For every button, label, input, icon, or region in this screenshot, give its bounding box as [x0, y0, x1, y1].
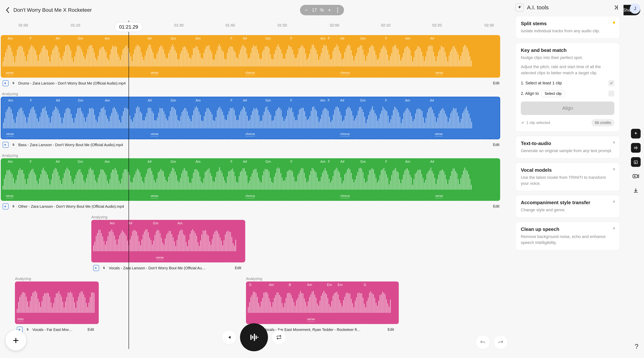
- chord-label: Gm: [360, 160, 366, 164]
- chord-label: Am: [178, 221, 182, 225]
- card-cleanup-speech[interactable]: Clean up speech Remove background noise,…: [516, 222, 620, 250]
- rail-video-button[interactable]: [631, 171, 641, 181]
- card-split-stems[interactable]: Split stems Isolate individual tracks fr…: [516, 16, 620, 39]
- section-label: chorus: [246, 132, 255, 136]
- redo-button[interactable]: [494, 335, 508, 349]
- bar-number: 7: [82, 200, 84, 201]
- rail-download-button[interactable]: [631, 186, 641, 195]
- bar-number: 27: [331, 77, 336, 78]
- zoom-more-button[interactable]: [334, 6, 342, 14]
- chord-label: A#: [148, 160, 152, 164]
- chord-label: Am: [320, 99, 325, 102]
- clip-vocals-2a[interactable]: intro: [15, 281, 99, 324]
- chord-label: Am: [320, 37, 325, 41]
- track-header-vocals-2: S Vocals - Far East Mov…: [17, 325, 73, 334]
- back-button[interactable]: [4, 6, 11, 14]
- clip-vocals-1[interactable]: AmA#GmAm verse 91113151719: [91, 220, 245, 262]
- bar-number: 27: [331, 200, 336, 201]
- card-vocal-models[interactable]: Vocal models Use the latest model from T…: [516, 162, 620, 191]
- chord-label: Am: [269, 283, 274, 287]
- card-title: Key and beat match: [521, 47, 614, 53]
- add-track-button[interactable]: +: [6, 330, 26, 350]
- bar-number: 13: [156, 77, 161, 78]
- section-label: chorus: [246, 71, 255, 75]
- step-2-checkbox[interactable]: [608, 91, 614, 96]
- bar-number: 17: [206, 77, 211, 78]
- help-button[interactable]: ?: [635, 343, 638, 350]
- loop-button[interactable]: [272, 330, 286, 344]
- track-name: Other - Zara Larsson - Don't Worry Bout …: [18, 204, 124, 209]
- rail-music-button[interactable]: [631, 157, 641, 167]
- bar-number: 29: [356, 77, 361, 78]
- bar-number: 1: [7, 138, 10, 139]
- playhead[interactable]: [128, 21, 129, 349]
- card-text-to-audio[interactable]: Text-to-audio Generate an original sampl…: [516, 136, 620, 158]
- skip-back-button[interactable]: [222, 330, 236, 344]
- chord-label: Am: [307, 283, 312, 287]
- bar-number: 11: [132, 200, 136, 201]
- edit-link[interactable]: Edit: [235, 266, 241, 270]
- avatar[interactable]: J: [630, 3, 640, 14]
- chord-label: Gm: [78, 37, 83, 41]
- clip-other[interactable]: AmFA#GmAmA#GmAmFA#GmFAmFA#GmFAmA# versev…: [1, 158, 500, 201]
- chord-label: F: [328, 160, 330, 164]
- align-button[interactable]: Align: [521, 102, 614, 115]
- bar-number: 19: [310, 323, 315, 324]
- section-label: verse: [150, 194, 158, 199]
- clip-bass[interactable]: AmFA#GmAmA#GmAmFA#GmFAmFA#GmFAmA# versev…: [1, 97, 500, 139]
- chord-label: Gm: [170, 160, 176, 164]
- chord-label: Am: [196, 37, 200, 41]
- bar-number: 3: [32, 138, 35, 139]
- card-desc: Change style and genre.: [521, 207, 614, 213]
- bar-number: 39: [481, 77, 486, 78]
- section-label: intro: [18, 317, 24, 322]
- edit-link[interactable]: Edit: [493, 204, 500, 209]
- bar-number: 37: [456, 200, 461, 201]
- solo-button[interactable]: S: [10, 80, 16, 86]
- chord-label: A#: [56, 99, 60, 102]
- bar-number: 19: [232, 77, 236, 78]
- status-dot-icon: [613, 168, 615, 170]
- chord-label: Am: [104, 160, 110, 164]
- time-ruler[interactable]: 01:00 01:10 01:30 01:40 01:50 02:00 02:1…: [0, 20, 503, 30]
- play-button[interactable]: [240, 323, 268, 351]
- solo-button[interactable]: S: [24, 327, 30, 333]
- analyzing-label: Analyzing: [2, 153, 18, 158]
- bar-number: 21: [338, 323, 342, 324]
- check-icon: [521, 121, 524, 124]
- clip-vocals-2b[interactable]: DAmBAmEmEmG verse 1517192123: [246, 281, 399, 324]
- clip-drums[interactable]: AmFA#GmAmA#GmAmFA#GmFAmFA#GmFAmA# versev…: [1, 35, 500, 78]
- card-desc: Use the latest model from TRINITI to tra…: [521, 174, 614, 187]
- card-key-beat-match: Key and beat match Nudge clips into thei…: [516, 43, 620, 132]
- step-1-checkbox[interactable]: [608, 80, 614, 86]
- rail-ai-button[interactable]: [631, 129, 641, 138]
- chord-label: A#: [430, 37, 434, 41]
- card-title: Text-to-audio: [521, 140, 614, 146]
- edit-link[interactable]: Edit: [493, 143, 500, 147]
- edit-link[interactable]: Edit: [88, 327, 94, 332]
- zoom-in-button[interactable]: +: [325, 6, 334, 14]
- section-label: verse: [151, 132, 158, 136]
- select-clip-button[interactable]: Select clip: [542, 90, 565, 97]
- mute-button[interactable]: [2, 204, 8, 210]
- rail-waveform-button[interactable]: [631, 143, 641, 153]
- bar-number: 21: [256, 77, 261, 78]
- right-panel: A.I. tools Split stems Isolate individua…: [512, 0, 624, 358]
- zoom-out-button[interactable]: −: [302, 6, 310, 14]
- mute-button[interactable]: [93, 265, 99, 271]
- edit-link[interactable]: Edit: [388, 327, 394, 332]
- solo-button[interactable]: S: [10, 142, 16, 148]
- solo-button[interactable]: S: [10, 204, 16, 210]
- chord-label: Am: [8, 37, 13, 41]
- card-accompaniment[interactable]: Accompaniment style transfer Change styl…: [516, 195, 620, 218]
- edit-link[interactable]: Edit: [493, 81, 500, 85]
- solo-button[interactable]: S: [101, 265, 107, 271]
- collapse-panel-button[interactable]: [612, 3, 620, 12]
- mute-button[interactable]: [2, 80, 8, 86]
- chord-label: A#: [56, 37, 60, 41]
- mute-button[interactable]: [2, 142, 8, 148]
- svg-point-1: [337, 10, 338, 11]
- undo-button[interactable]: [476, 335, 490, 349]
- bar-number: 31: [381, 138, 386, 139]
- bar-number: 13: [157, 138, 162, 139]
